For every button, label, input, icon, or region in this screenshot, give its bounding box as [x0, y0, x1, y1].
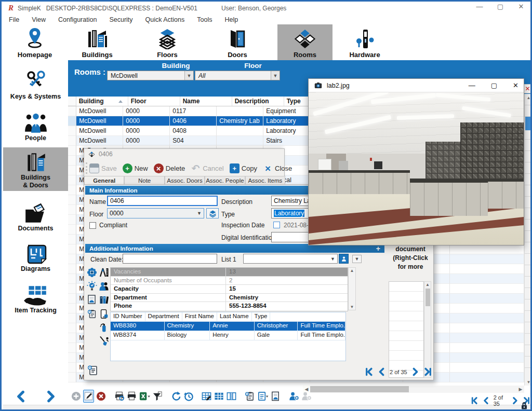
row-selector[interactable] [68, 106, 76, 116]
mobile-device-icon[interactable] [98, 308, 110, 320]
row-selector[interactable] [68, 264, 76, 274]
dialog-toolbar-button[interactable]: Save [89, 163, 117, 173]
notes-icon[interactable] [87, 364, 98, 376]
row-selector[interactable] [68, 146, 76, 156]
row-selector[interactable] [68, 195, 76, 205]
lighting-icon[interactable] [86, 280, 98, 292]
dialog-tab[interactable]: Assoc. People [205, 176, 245, 185]
floor-select[interactable]: All ▼ [195, 71, 280, 80]
row-selector[interactable] [68, 185, 76, 195]
column-header[interactable]: Last Name [217, 312, 252, 321]
maximize-icon[interactable]: ▢ [497, 3, 504, 10]
property-row[interactable]: Department Chemistry [111, 294, 348, 303]
row-selector[interactable] [68, 294, 76, 304]
property-row[interactable]: Number of Occupants 2 [111, 277, 348, 285]
inspection-date-checkbox[interactable] [273, 222, 280, 228]
scroll-up-icon[interactable]: ▲ [349, 268, 355, 273]
row-selector[interactable] [68, 166, 76, 175]
dialog-toolbar-button[interactable]: New [123, 163, 148, 173]
row-selector[interactable] [68, 254, 76, 264]
row-selector[interactable] [68, 175, 76, 185]
menu-item[interactable]: Security [109, 16, 132, 23]
row-selector[interactable] [68, 284, 76, 294]
occupants-icon[interactable] [98, 280, 110, 292]
tab-floors[interactable]: Floors [140, 24, 195, 60]
name-field[interactable]: 0406 [107, 196, 218, 206]
note-history-icon[interactable] [244, 390, 255, 403]
properties-scrollbar[interactable]: ▲▼ [348, 267, 356, 310]
tab-doors[interactable]: Doors [210, 24, 265, 60]
print-icon[interactable] [126, 390, 137, 403]
row-selector[interactable] [68, 225, 76, 235]
horizontal-scrollbar[interactable]: ◀ ▶ [303, 386, 524, 393]
grid-edit-icon[interactable] [201, 390, 212, 403]
row-selector[interactable] [68, 304, 76, 313]
row-selector[interactable] [68, 205, 76, 215]
menu-item[interactable]: Configuration [58, 16, 97, 23]
columns-icon[interactable] [226, 390, 237, 403]
row-selector[interactable] [68, 363, 76, 373]
dialog-tab[interactable]: Note [124, 176, 164, 185]
menu-item[interactable]: File [9, 16, 19, 23]
row-selector[interactable] [68, 333, 76, 343]
next-record-icon[interactable] [511, 396, 519, 405]
print-preview-icon[interactable] [114, 390, 125, 403]
property-row[interactable]: Phone 555-123-8854 [111, 302, 348, 311]
dialog-toolbar-button[interactable]: Copy [230, 163, 257, 173]
tab-homepage[interactable]: Homepage [7, 24, 62, 60]
scroll-up-icon[interactable]: ▲ [424, 282, 431, 287]
scrollbar-thumb[interactable] [525, 117, 532, 130]
building-select[interactable]: McDowell ▼ [107, 71, 194, 80]
add-icon[interactable] [71, 390, 82, 403]
menu-item[interactable]: View [32, 16, 46, 23]
scroll-up-icon[interactable]: ▲ [525, 94, 532, 101]
notes-dropdown-icon[interactable] [257, 390, 269, 403]
history-notes-icon[interactable] [86, 308, 98, 320]
scrollbar-thumb[interactable] [425, 289, 430, 306]
scroll-down-icon[interactable]: ▼ [349, 305, 355, 309]
row-selector[interactable] [68, 215, 76, 225]
edit-icon[interactable] [83, 390, 94, 403]
vertical-scrollbar[interactable]: ▲ ▼ [524, 94, 532, 386]
minimize-icon[interactable]: — [469, 81, 475, 89]
property-row[interactable]: Vacancies 13 [111, 268, 348, 277]
collapse-section-icon[interactable]: ▼ [352, 255, 362, 263]
property-row[interactable]: Capacity 15 [111, 285, 348, 294]
export-excel-icon[interactable] [139, 390, 151, 403]
work-document-icon[interactable] [270, 390, 281, 403]
row-selector[interactable] [68, 373, 76, 382]
close-icon[interactable]: ✕ [513, 81, 518, 89]
work-orders-icon[interactable] [86, 294, 98, 305]
first-record-icon[interactable] [471, 396, 478, 405]
menu-item[interactable]: Tools [197, 16, 212, 23]
row-selector[interactable] [68, 244, 76, 254]
sidebar-item-item-tracking[interactable]: Item Tracking [3, 276, 68, 316]
person-add-icon[interactable] [288, 390, 299, 403]
dialog-tab[interactable]: Assoc. Doors [165, 176, 205, 185]
scroll-down-icon[interactable]: ▼ [525, 378, 532, 386]
list1-dropdown[interactable]: ▼ [243, 254, 338, 264]
table-row[interactable]: WB8374 Biology Henry Gale Full Time Empl… [111, 331, 345, 340]
row-selector[interactable] [68, 235, 76, 244]
measure-icon[interactable] [98, 267, 110, 278]
row-selector[interactable] [68, 313, 76, 323]
documents-list[interactable] [389, 281, 424, 378]
column-header[interactable]: Description [232, 97, 284, 106]
photo-viewer-window[interactable]: lab2.jpg — ▢ ✕ [308, 78, 524, 245]
column-header[interactable]: Floor [128, 97, 180, 106]
last-record-icon[interactable] [423, 367, 432, 376]
sidebar-next-icon[interactable] [45, 390, 57, 403]
column-header[interactable]: Type [252, 312, 271, 321]
dialog-toolbar-button[interactable]: Cancel [191, 163, 223, 173]
cleaning-icon[interactable] [98, 335, 110, 347]
column-header[interactable]: Department [145, 312, 182, 321]
row-selector[interactable] [68, 116, 76, 126]
row-selector[interactable] [68, 323, 76, 333]
previous-record-icon[interactable] [482, 396, 490, 405]
floor-dropdown[interactable]: 0000▼ [107, 208, 204, 218]
dialog-tab[interactable]: Assoc. Items [245, 176, 285, 185]
tab-buildings[interactable]: Buildings [70, 24, 125, 60]
floor-layers-button[interactable] [206, 208, 219, 218]
first-record-icon[interactable] [365, 367, 374, 376]
clean-date-field[interactable] [123, 254, 217, 264]
